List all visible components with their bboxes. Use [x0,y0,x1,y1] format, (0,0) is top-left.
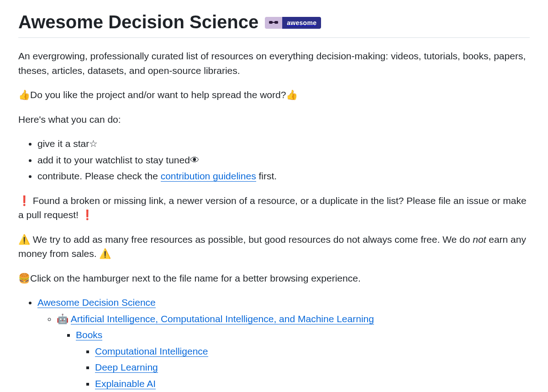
toc-books-link[interactable]: Books [76,329,102,340]
warning-em: not [473,234,486,245]
awesome-badge-label: awesome [282,17,321,29]
warning-notice: ⚠️ We try to add as many free resources … [18,232,530,261]
broken-link-notice: ❗ Found a broken or missing link, a newe… [18,193,530,222]
warning-icon: ⚠️ [18,234,30,245]
toc-root-item: Awesome Decision Science 🤖 Artificial In… [37,295,530,391]
sunglasses-icon [265,17,282,29]
thumbs-up-icon: 👍 [286,89,298,100]
toc-section-item: 🤖 Artificial Intelligence, Computational… [57,312,530,391]
warning-prefix: We try to add as many free resources as … [30,234,473,245]
toc-item-xai: Explainable AI [95,376,530,391]
intro-text: An evergrowing, professionally curated l… [18,49,530,78]
toc-link-ci[interactable]: Computational Intelligence [95,346,208,357]
toc: Awesome Decision Science 🤖 Artificial In… [18,295,530,391]
actions-list: give it a star☆ add it to your watchlist… [18,136,530,183]
title-row: Awesome Decision Science awesome [18,11,530,38]
toc-section-link[interactable]: Artificial Intelligence, Computational I… [71,314,374,324]
robot-icon: 🤖 [57,314,68,324]
action-contribute: contribute. Please check the contributio… [37,169,530,183]
action-watch-text: add it to your watchlist to stay tuned [37,155,190,165]
exclamation-icon: ❗ [81,209,93,220]
like-line: 👍Do you like the project and/or want to … [18,88,530,102]
contribute-suffix: first. [256,171,277,181]
what-you-can-do-label: Here's what you can do: [18,112,530,127]
hamburger-text: Click on the hamburger next to the file … [30,273,361,283]
action-star-text: give it a star [37,138,89,149]
thumbs-up-icon: 👍 [18,89,30,100]
toc-item-ci: Computational Intelligence [95,344,530,359]
contribution-guidelines-link[interactable]: contribution guidelines [161,171,256,182]
page-title: Awesome Decision Science [18,11,258,33]
svg-rect-2 [273,22,274,23]
warning-icon: ⚠️ [99,248,111,259]
action-star: give it a star☆ [37,136,530,151]
awesome-badge[interactable]: awesome [265,17,321,29]
contribute-prefix: contribute. Please check the [37,171,161,181]
toc-link-xai[interactable]: Explainable AI [95,378,156,389]
eye-icon: 👁 [190,155,200,165]
broken-link-text: Found a broken or missing link, a newer … [18,195,527,220]
exclamation-icon: ❗ [18,195,30,206]
star-icon: ☆ [89,138,98,149]
toc-root-link[interactable]: Awesome Decision Science [37,297,156,308]
action-watch: add it to your watchlist to stay tuned👁 [37,153,530,167]
svg-rect-0 [269,21,273,24]
like-text: Do you like the project and/or want to h… [30,89,286,100]
toc-link-dl[interactable]: Deep Learning [95,362,158,373]
hamburger-tip: 🍔Click on the hamburger next to the file… [18,271,530,286]
toc-books-item: Books Computational Intelligence Deep Le… [76,328,530,391]
svg-rect-1 [274,21,278,24]
toc-item-dl: Deep Learning [95,360,530,375]
hamburger-icon: 🍔 [18,273,30,283]
